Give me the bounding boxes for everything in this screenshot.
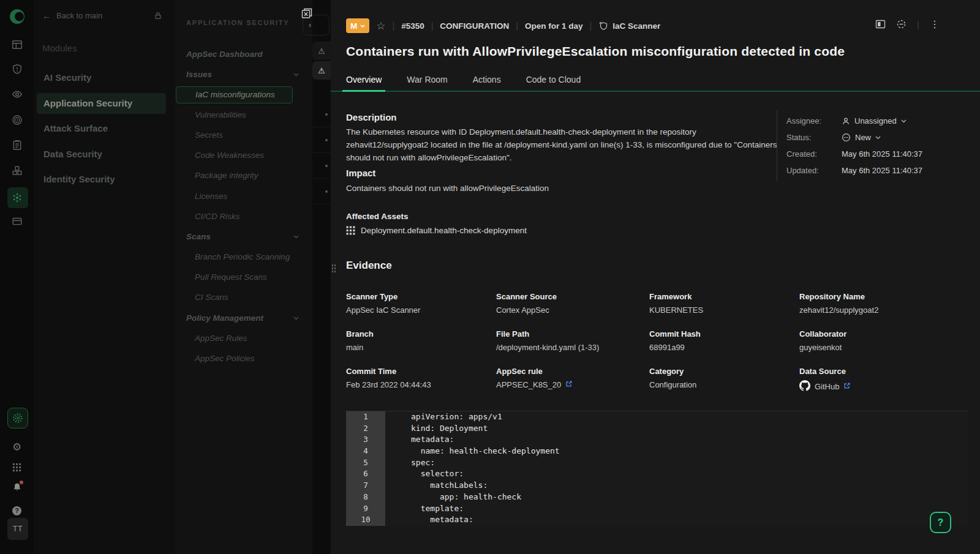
issue-id: #5350 — [401, 21, 424, 31]
panel-item-iac-misconfigurations[interactable]: IaC misconfigurations — [176, 86, 293, 103]
external-link-icon[interactable] — [565, 380, 573, 389]
collapse-chevron-left-icon: ‹ — [309, 20, 311, 29]
focus-target-icon[interactable] — [896, 19, 907, 29]
panel-item-package-integrity[interactable]: Package integrity — [195, 167, 258, 184]
iac-scanner-shield-icon — [598, 21, 608, 31]
divider: | — [516, 21, 518, 31]
issue-tab-slot[interactable] — [312, 102, 331, 127]
issue-type: CONFIGURATION — [440, 21, 509, 31]
radar-scan-box[interactable] — [7, 408, 28, 429]
help-button[interactable]: ? — [930, 512, 951, 533]
back-arrow-icon: ← — [42, 10, 51, 21]
modules-sidebar: ← Back to main Modules AI Security Appli… — [34, 0, 175, 554]
back-label: Back to main — [56, 11, 102, 20]
panel-item-issues[interactable]: Issues — [186, 66, 212, 83]
panel-item-secrets[interactable]: Secrets — [195, 127, 223, 144]
code-viewer[interactable]: 1apiVersion: apps/v1 2kind: Deployment 3… — [346, 411, 968, 526]
user-avatar[interactable]: TT — [7, 518, 28, 540]
lock-icon[interactable] — [154, 11, 162, 23]
target-icon[interactable] — [12, 114, 23, 125]
star-favorite-icon[interactable]: ☆ — [376, 21, 385, 31]
affected-assets-title: Affected Assets — [346, 212, 409, 221]
created-value: May 6th 2025 11:40:37 — [842, 149, 922, 159]
cortex-logo[interactable] — [8, 7, 27, 26]
issue-tab-slot[interactable] — [312, 153, 331, 179]
issues-chevron-down-icon[interactable] — [293, 66, 300, 83]
application-security-panel: APPLICATION SECURITY AppSec Dashboard Is… — [175, 0, 312, 554]
chevron-down-icon — [360, 24, 365, 28]
panel-item-appsec-policies[interactable]: AppSec Policies — [195, 350, 255, 367]
sidebar-item-identity-security[interactable]: Identity Security — [37, 169, 166, 190]
evidence-field-repository-name: Repository Name zehavit12/supplygoat2 — [799, 292, 965, 315]
tab-war-room[interactable]: War Room — [407, 72, 447, 91]
warning-triangle-icon: ⚠ — [318, 66, 325, 75]
divider: | — [431, 21, 434, 31]
panel-title: APPLICATION SECURITY — [186, 19, 289, 26]
scans-chevron-down-icon[interactable] — [293, 228, 300, 245]
modules-section-label: Modules — [42, 43, 77, 53]
issue-tab-slot[interactable] — [312, 179, 331, 204]
issue-title: Containers run with AllowPrivilegeEscala… — [346, 44, 845, 59]
evidence-field-data-source: Data Source GitHub — [799, 367, 965, 393]
evidence-field-appsec-rule: AppSec rule APPSEC_K8S_20 — [496, 367, 649, 393]
sidebar-item-data-security[interactable]: Data Security — [37, 144, 166, 165]
panel-item-cicd-risks[interactable]: CI/CD Risks — [195, 208, 240, 225]
card-archive-icon[interactable] — [12, 215, 23, 226]
back-to-main-button[interactable]: ← Back to main — [42, 10, 102, 21]
issue-age: Open for 1 day — [525, 21, 583, 31]
chevron-down-icon — [901, 119, 907, 123]
policy-management-chevron-down-icon[interactable] — [293, 310, 300, 327]
org-blocks-icon[interactable] — [12, 165, 23, 176]
panel-item-vulnerabilities[interactable]: Vulnerabilities — [195, 107, 246, 124]
open-in-new-window-icon[interactable] — [301, 7, 313, 20]
panel-item-policy-management[interactable]: Policy Management — [186, 310, 263, 327]
drag-handle[interactable] — [331, 264, 336, 272]
tab-actions[interactable]: Actions — [473, 72, 501, 91]
status-dropdown[interactable]: New — [842, 133, 881, 142]
tab-overview[interactable]: Overview — [346, 72, 382, 91]
assignee-dropdown[interactable]: Unassigned — [842, 116, 907, 125]
sidebar-item-attack-surface[interactable]: Attack Surface — [37, 118, 166, 139]
affected-asset-row[interactable]: Deployment.default.health-check-deployme… — [346, 226, 527, 235]
dashboard-icon[interactable] — [12, 39, 23, 50]
description-title: Description — [346, 112, 397, 122]
issue-detail-pane: M ☆ | #5350 | CONFIGURATION | Open for 1… — [331, 0, 980, 554]
tab-code-to-cloud[interactable]: Code to Cloud — [526, 72, 581, 91]
issue-tab-warning-1[interactable]: ⚠ — [312, 42, 331, 60]
layout-panel-icon[interactable] — [875, 19, 886, 29]
panel-item-scans[interactable]: Scans — [186, 228, 211, 245]
evidence-field-branch: Branch main — [346, 329, 496, 352]
panel-item-appsec-rules[interactable]: AppSec Rules — [195, 330, 247, 347]
panel-item-ci-scans[interactable]: CI Scans — [195, 289, 228, 306]
notifications-bell-icon[interactable] — [0, 482, 34, 495]
eye-icon[interactable] — [12, 89, 23, 100]
appsec-sunburst-icon[interactable] — [12, 192, 23, 203]
person-icon — [842, 117, 850, 125]
clipboard-icon[interactable] — [12, 140, 23, 151]
impact-title: Impact — [346, 168, 375, 178]
panel-item-branch-periodic-scanning[interactable]: Branch Periodic Scanning — [195, 249, 290, 266]
apps-grid-icon[interactable] — [0, 463, 34, 474]
status-label: Status: — [786, 133, 842, 142]
evidence-title: Evidence — [346, 260, 392, 272]
settings-gear-icon[interactable]: ⚙ — [0, 442, 34, 453]
sidebar-item-application-security[interactable]: Application Security — [37, 93, 166, 114]
panel-item-pull-request-scans[interactable]: Pull Request Scans — [195, 269, 267, 286]
kebab-menu-icon[interactable]: ⋮ — [930, 20, 940, 29]
tab-dot-icon — [325, 165, 328, 167]
shield-alert-icon[interactable] — [12, 64, 23, 75]
divider: | — [590, 21, 592, 31]
evidence-field-framework: Framework KUBERNETES — [649, 292, 799, 315]
panel-item-code-weaknesses[interactable]: Code Weaknesses — [195, 147, 264, 164]
panel-item-appsec-dashboard[interactable]: AppSec Dashboard — [186, 46, 263, 63]
help-icon[interactable]: ? — [0, 504, 34, 515]
panel-item-licenses[interactable]: Licenses — [195, 188, 227, 205]
issue-tab-slot[interactable] — [312, 127, 331, 153]
issue-tab-warning-2-active[interactable]: ⚠ — [312, 61, 331, 80]
updated-label: Updated: — [786, 166, 842, 175]
module-icon-rail: ⚙ ? TT — [0, 0, 34, 554]
external-link-icon[interactable] — [843, 382, 851, 391]
sidebar-item-ai-security[interactable]: AI Security — [37, 67, 166, 88]
divider: | — [393, 21, 395, 31]
severity-badge-dropdown[interactable]: M — [346, 18, 369, 33]
